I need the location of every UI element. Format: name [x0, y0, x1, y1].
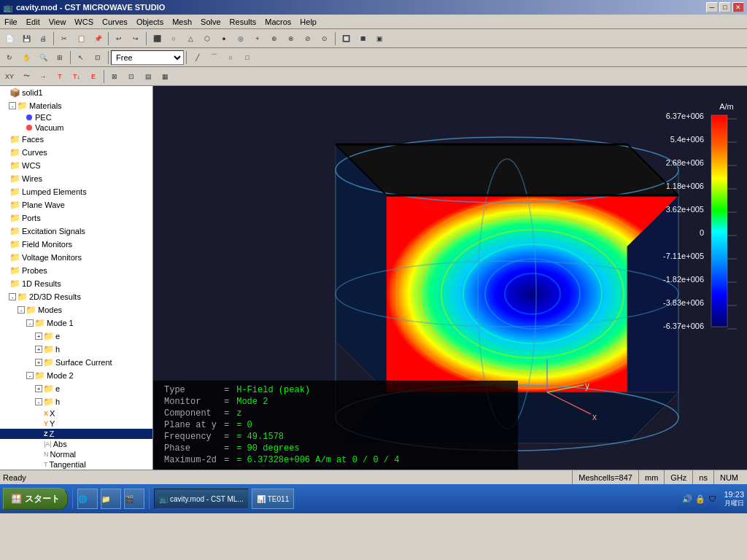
tree-plane-wave[interactable]: 📁 Plane Wave	[0, 198, 152, 211]
t1-btn[interactable]: T	[52, 69, 68, 85]
tb-btn9[interactable]: ⊗	[283, 31, 299, 47]
tb-btn4[interactable]: ⬡	[199, 31, 215, 47]
mode1-expand[interactable]: -	[26, 319, 34, 327]
folder-quicklaunch[interactable]: 📁	[101, 489, 121, 509]
menu-edit[interactable]: Edit	[22, 16, 44, 28]
tree-wires[interactable]: 📁 Wires	[0, 172, 152, 185]
rect-btn[interactable]: □	[239, 50, 255, 66]
modes-expand[interactable]: -	[18, 306, 25, 314]
tree-excitation-signals[interactable]: 📁 Excitation Signals	[0, 225, 152, 238]
circle-btn[interactable]: ○	[222, 50, 239, 66]
select-btn[interactable]: ↖	[73, 50, 89, 66]
tb-btn8[interactable]: ⊕	[266, 31, 282, 47]
paste-btn[interactable]: 📌	[90, 31, 106, 47]
tree-e2[interactable]: + 📁 e	[0, 382, 152, 395]
zoom-btn[interactable]: 🔍	[35, 50, 51, 66]
redo-btn[interactable]: ↪	[128, 31, 144, 47]
tb-btn3[interactable]: △	[182, 31, 198, 47]
tree-wcs[interactable]: 📁 WCS	[0, 159, 152, 172]
t3-btn[interactable]: E	[85, 69, 101, 85]
network-icon[interactable]: 🔒	[695, 494, 705, 504]
tree-1d-results[interactable]: 📁 1D Results	[0, 277, 152, 290]
h1-expand[interactable]: +	[35, 346, 42, 353]
tree-field-monitors[interactable]: 📁 Field Monitors	[0, 238, 152, 251]
view-mode-select[interactable]: Free Snap to Grid Snap to Point	[111, 50, 184, 65]
media-quicklaunch[interactable]: 🎬	[124, 489, 144, 509]
tree-e1[interactable]: + 📁 e	[0, 330, 152, 343]
start-button[interactable]: 🪟 スタート	[3, 488, 68, 510]
fit-btn[interactable]: ⊞	[52, 50, 68, 66]
taskbar-te011-btn[interactable]: 📊 TE011	[252, 489, 294, 509]
tb-btn1[interactable]: ⬛	[149, 31, 165, 47]
tree-tangential[interactable]: T Tangential	[0, 459, 152, 470]
tree-vacuum[interactable]: Vacuum	[0, 122, 152, 133]
line-btn[interactable]: ╱	[189, 50, 205, 66]
tb-btn13[interactable]: 🔳	[355, 31, 371, 47]
arc-btn[interactable]: ⌒	[206, 50, 222, 66]
tree-z[interactable]: Z Z	[0, 429, 152, 439]
taskbar-cst-btn[interactable]: 📺 cavity.mod - CST ML...	[154, 489, 249, 509]
menu-view[interactable]: View	[44, 16, 71, 28]
tree-x[interactable]: X X	[0, 408, 152, 419]
pick-btn[interactable]: ⊡	[90, 50, 106, 66]
copy-btn[interactable]: 📋	[73, 31, 89, 47]
m3-btn[interactable]: ▤	[140, 69, 156, 85]
wave-btn[interactable]: 〜	[18, 69, 34, 85]
tree-mode2[interactable]: - 📁 Mode 2	[0, 369, 152, 382]
tree-2d3d-results[interactable]: - 📁 2D/3D Results	[0, 290, 152, 303]
e1-expand[interactable]: +	[35, 332, 42, 340]
menu-curves[interactable]: Curves	[98, 16, 132, 28]
m4-btn[interactable]: ▦	[157, 69, 173, 85]
tb-btn11[interactable]: ⊙	[317, 31, 333, 47]
e2-expand[interactable]: +	[35, 385, 42, 392]
m2-btn[interactable]: ⊡	[123, 69, 139, 85]
h2-expand[interactable]: -	[35, 398, 42, 405]
menu-mesh[interactable]: Mesh	[168, 16, 196, 28]
menu-objects[interactable]: Objects	[132, 16, 168, 28]
menu-file[interactable]: File	[0, 16, 22, 28]
tree-abs[interactable]: |A| Abs	[0, 439, 152, 449]
minimize-button[interactable]: ─	[706, 2, 718, 12]
new-btn[interactable]: 📄	[1, 31, 18, 47]
ie-quicklaunch[interactable]: 🌐	[77, 489, 98, 509]
tb-btn10[interactable]: ⊘	[300, 31, 316, 47]
undo-btn[interactable]: ↩	[111, 31, 127, 47]
open-btn[interactable]: 💾	[18, 31, 34, 47]
speaker-icon[interactable]: 🔊	[682, 494, 692, 504]
tree-curves[interactable]: 📁 Curves	[0, 146, 152, 159]
tb-btn5[interactable]: ●	[216, 31, 232, 47]
tree-pec[interactable]: PEC	[0, 112, 152, 122]
coord-btn[interactable]: XY	[1, 69, 18, 85]
tb-btn6[interactable]: ◎	[233, 31, 249, 47]
tree-modes[interactable]: - 📁 Modes	[0, 303, 152, 316]
menu-results[interactable]: Results	[225, 16, 261, 28]
cut-btn[interactable]: ✂	[56, 31, 72, 47]
arrow-btn[interactable]: →	[35, 69, 51, 85]
mode2-expand[interactable]: -	[26, 372, 34, 379]
2d3d-expand[interactable]: -	[9, 293, 16, 300]
materials-expand[interactable]: -	[9, 102, 16, 109]
print-btn[interactable]: 🖨	[35, 31, 51, 47]
tree-lumped-elements[interactable]: 📁 Lumped Elements	[0, 185, 152, 198]
content-area[interactable]: x y	[153, 86, 747, 470]
menu-solve[interactable]: Solve	[196, 16, 225, 28]
tb-btn2[interactable]: ○	[166, 31, 182, 47]
tree-voltage-monitors[interactable]: 📁 Voltage Monitors	[0, 251, 152, 264]
tree-h1[interactable]: + 📁 h	[0, 343, 152, 356]
tb-btn12[interactable]: 🔲	[338, 31, 354, 47]
t2-btn[interactable]: T↓	[69, 69, 85, 85]
tree-materials[interactable]: - 📁 Materials	[0, 99, 152, 112]
menu-wcs[interactable]: WCS	[70, 16, 98, 28]
maximize-button[interactable]: □	[719, 2, 731, 12]
tree-mode1[interactable]: - 📁 Mode 1	[0, 316, 152, 330]
clock[interactable]: 19:23 月曜日	[724, 490, 744, 508]
tree-faces[interactable]: 📁 Faces	[0, 133, 152, 146]
menu-macros[interactable]: Macros	[260, 16, 295, 28]
surface-expand[interactable]: +	[35, 359, 42, 366]
tb-btn14[interactable]: ▣	[371, 31, 387, 47]
close-button[interactable]: ✕	[732, 2, 744, 12]
tree-y[interactable]: Y Y	[0, 419, 152, 429]
antivirus-icon[interactable]: 🛡	[708, 494, 716, 503]
pan-btn[interactable]: ✋	[18, 50, 34, 66]
rotate-btn[interactable]: ↻	[1, 50, 18, 66]
